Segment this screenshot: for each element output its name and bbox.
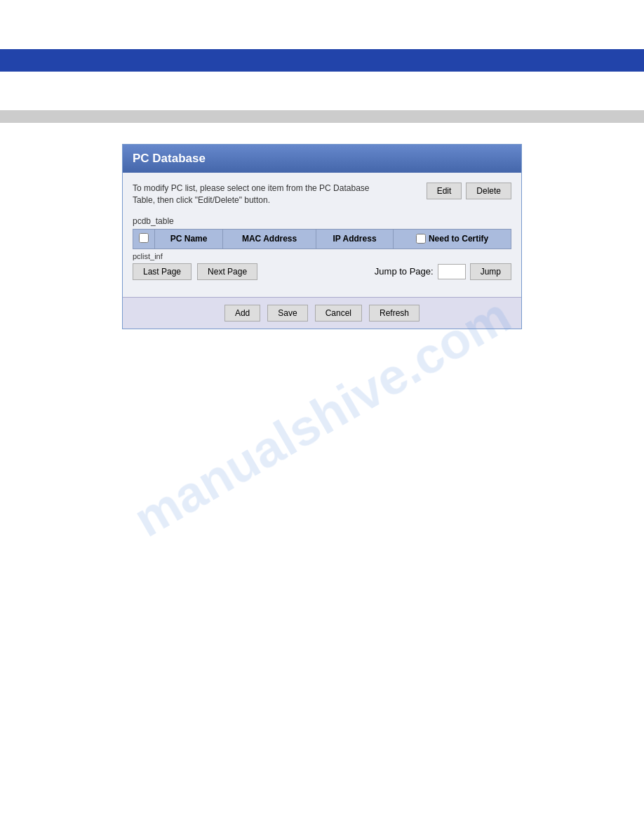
panel-title: PC Database [133,152,206,165]
pclist-info: pclist_inf [133,252,511,260]
gray-bar [0,110,644,123]
last-page-button[interactable]: Last Page [133,263,192,280]
edit-button[interactable]: Edit [427,183,462,199]
need-to-certify-header: Need to Certify [394,229,511,249]
top-bar [0,49,644,72]
table-label: pcdb_table [133,216,511,226]
save-button[interactable]: Save [267,305,307,322]
panel-header: PC Database [123,145,521,173]
select-all-checkbox[interactable] [139,233,149,243]
pc-database-panel: PC Database To modify PC list, please se… [122,144,522,329]
jump-button[interactable]: Jump [470,263,511,280]
select-all-header [133,229,155,249]
pc-name-header: PC Name [155,229,223,249]
pc-database-table: PC Name MAC Address IP Address Need to C… [133,229,511,249]
cancel-button[interactable]: Cancel [315,305,362,322]
jump-to-page-input[interactable] [438,264,466,279]
ip-address-header: IP Address [316,229,393,249]
add-button[interactable]: Add [224,305,260,322]
description-text: To modify PC list, please select one ite… [133,183,385,206]
delete-button[interactable]: Delete [466,183,511,199]
next-page-button[interactable]: Next Page [197,263,257,280]
need-to-certify-checkbox[interactable] [416,234,426,244]
jump-to-page-label: Jump to Page: [375,266,434,277]
refresh-button[interactable]: Refresh [369,305,420,322]
mac-address-header: MAC Address [223,229,316,249]
